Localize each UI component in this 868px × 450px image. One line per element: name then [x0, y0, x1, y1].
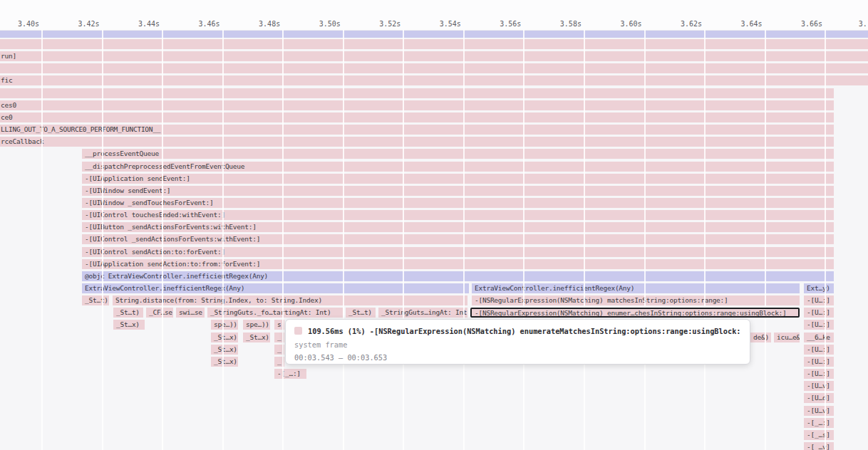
stack-frame-bar[interactable]: -[UIWindow sendEvent:]	[82, 186, 834, 196]
stack-frame-bar[interactable]: ExtraViewController.inefficientRegex(Any…	[472, 283, 800, 293]
stack-frame-bar[interactable]: de&)	[750, 333, 771, 342]
stack-frame-bar[interactable]: _St…x)	[211, 345, 238, 355]
stack-frame-bar[interactable]: -[UIControl touchesEnded:withEvent:]	[82, 210, 834, 220]
stack-frame-bar[interactable]: -[_…s]	[804, 430, 834, 440]
stack-frame-bar[interactable]: _St…t)	[113, 308, 143, 318]
tooltip-time-range: 00:03.543 — 00:03.653	[294, 353, 741, 362]
stack-frame-bar[interactable]: __dispatchPreprocessedEventFromEventQueu…	[82, 162, 834, 172]
stack-frame-bar[interactable]: _St…x)	[243, 333, 270, 342]
tooltip-frame-title: 109.56ms (1%) -[NSRegularExpression(NSMa…	[308, 327, 741, 335]
stack-frame-bar[interactable]: -[UIApplication sendAction:to:from:forEv…	[82, 259, 834, 269]
stack-frame-bar[interactable]: _St…x)	[113, 320, 145, 330]
stack-frame-bar[interactable]: -[_…:]	[274, 369, 306, 379]
stack-frame-bar[interactable]: icu…e&)	[774, 333, 800, 342]
stack-frame-bar[interactable]: -[U…:]	[804, 295, 834, 305]
stack-frame-bar[interactable]: -[UIControl sendAction:to:forEvent:]	[82, 247, 834, 257]
stack-frame-bar[interactable]: Ext…y)	[804, 283, 834, 293]
stack-frame-bar[interactable]: run]	[0, 51, 868, 61]
ruler-tick-label: 3.58s	[557, 20, 582, 28]
stack-frame-bar[interactable]	[0, 88, 834, 98]
ruler-tick-label: 3.54s	[437, 20, 461, 28]
ruler-tick-label: 3.50s	[316, 20, 341, 28]
stack-frame-bar[interactable]: @objc ExtraViewController.inefficientReg…	[82, 271, 834, 281]
stack-frame-bar[interactable]: _St…x)	[211, 357, 238, 367]
stack-frame-bar[interactable]: ce0	[0, 112, 834, 122]
stack-frame-bar[interactable]: -[U…:]	[804, 320, 834, 330]
stack-frame-bar[interactable]: s	[274, 320, 284, 330]
flame-chart[interactable]: run]ficces0ce0LLING_OUT_TO_A_SOURCE0_PER…	[0, 30, 868, 450]
stack-frame-bar[interactable]: -[U…v]	[804, 381, 834, 391]
ruler-tick-label: 3.48s	[256, 20, 280, 28]
stack-frame-bar[interactable]: _StringGuts._fo…tartingAt: Int)	[207, 308, 343, 318]
stack-frame-bar[interactable]: __processEventQueue	[82, 149, 834, 159]
frame-color-swatch	[294, 327, 302, 335]
stack-frame-bar[interactable]: -[U…v]	[804, 406, 834, 416]
stack-frame-bar[interactable]: _St…t)	[346, 308, 376, 318]
ruler-tick-label: 3.64s	[738, 20, 763, 28]
ruler-tick-label: 3.46s	[196, 20, 220, 28]
stack-frame-bar[interactable]: spe…))	[211, 320, 238, 330]
stack-frame-bar[interactable]: _CF…se	[146, 308, 173, 318]
stack-frame-bar-selected[interactable]: -[NSRegularExpression(NSMatching) enumer…	[470, 308, 800, 318]
stack-frame-bar[interactable]: -[_…:]	[804, 418, 834, 428]
stack-frame-bar[interactable]: ces0	[0, 100, 834, 110]
stack-frame-bar[interactable]: __6…ke	[804, 333, 834, 342]
stack-frame-bar[interactable]: -[UIApplication sendEvent:]	[82, 174, 834, 184]
stack-frame-bar[interactable]: -[NSRegularExpression(NSMatching) matche…	[472, 295, 800, 305]
stack-frame-bar[interactable]: spe…))	[243, 320, 270, 330]
time-ruler[interactable]: 3.40s3.42s3.44s3.46s3.48s3.50s3.52s3.54s…	[0, 0, 868, 31]
stack-frame-bar[interactable]: -[U…:]	[804, 308, 834, 318]
stack-frame-bar[interactable]: _St…t)	[82, 295, 109, 305]
stack-frame-bar[interactable]: swi…se	[176, 308, 205, 318]
ruler-tick-label: 3.	[859, 20, 868, 28]
stack-frame-bar[interactable]: _StringGuts…ingAt: Int)	[378, 308, 467, 318]
flame-graph-view: 3.40s3.42s3.44s3.46s3.48s3.50s3.52s3.54s…	[0, 0, 868, 450]
stack-frame-bar[interactable]: -[U…d]	[804, 393, 834, 403]
frame-tooltip: 109.56ms (1%) -[NSRegularExpression(NSMa…	[285, 319, 750, 365]
stack-frame-bar[interactable]: -[U…:]	[804, 369, 834, 379]
stack-frame-bar[interactable]	[0, 63, 868, 73]
stack-frame-bar[interactable]: rceCallback	[0, 137, 834, 147]
stack-frame-bar[interactable]: -[UIControl _sendActionsForEvents:withEv…	[82, 234, 834, 244]
stack-frame-bar[interactable]	[0, 31, 868, 38]
tooltip-header: 109.56ms (1%) -[NSRegularExpression(NSMa…	[294, 325, 741, 336]
stack-frame-bar[interactable]: -[UIWindow _sendTouchesForEvent:]	[82, 198, 834, 208]
stack-frame-bar[interactable]: _	[274, 357, 284, 367]
stack-frame-bar[interactable]: _St…x)	[211, 333, 238, 342]
ruler-tick-label: 3.60s	[618, 20, 642, 28]
ruler-tick-label: 3.62s	[678, 20, 702, 28]
stack-frame-bar[interactable]: ExtraViewController.inefficientRegex(Any…	[82, 283, 469, 293]
tooltip-frame-type: system frame	[294, 340, 741, 350]
stack-frame-bar[interactable]: fic	[0, 75, 868, 85]
stack-frame-bar[interactable]: -[UIButton _sendActionsForEvents:withEve…	[82, 222, 834, 232]
stack-frame-bar[interactable]: LLING_OUT_TO_A_SOURCE0_PERFORM_FUNCTION_…	[0, 125, 834, 135]
stack-frame-bar[interactable]: -[U…:]	[804, 357, 834, 367]
stack-frame-bar[interactable]: _	[274, 333, 284, 342]
ruler-tick-label: 3.56s	[497, 20, 521, 28]
stack-frame-bar[interactable]: -[U…:]	[804, 345, 834, 355]
ruler-tick-label: 3.40s	[15, 20, 39, 28]
stack-frame-bar[interactable]	[0, 39, 868, 49]
ruler-tick-label: 3.44s	[135, 20, 160, 28]
stack-frame-bar[interactable]: -[_…v]	[804, 442, 834, 450]
ruler-tick-label: 3.42s	[76, 20, 100, 28]
ruler-tick-label: 3.52s	[376, 20, 401, 28]
ruler-tick-label: 3.66s	[798, 20, 822, 28]
stack-frame-bar[interactable]: _	[274, 345, 284, 355]
stack-frame-bar[interactable]: String.distance(from: String.Index, to: …	[113, 295, 467, 305]
